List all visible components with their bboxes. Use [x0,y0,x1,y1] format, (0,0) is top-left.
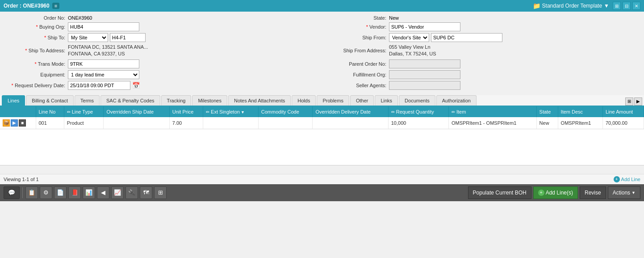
ship-to-code-input[interactable] [110,33,146,42]
cell-line-no: 001 [36,117,64,129]
trans-mode-label: Trans Mode: [5,61,68,67]
tab-problems[interactable]: Problems [317,95,349,106]
template-dropdown-icon[interactable]: ▼ [604,3,609,9]
tab-terms[interactable]: Terms [75,95,100,106]
footer-icon-copy[interactable]: 📋 [25,186,38,199]
parent-order-input[interactable] [389,59,460,68]
row-icons-cell: 📦 ▶ ■ [0,117,36,129]
ship-from-address-label: Ship From Address: [326,48,389,53]
ship-to-row: Ship To: My Site [5,33,318,42]
row-icon-package[interactable]: 📦 [3,119,10,127]
title-bar: Order : ONE#3960 ≡ 📁 Standard Order Temp… [0,0,644,12]
ship-to-address-label: Ship To Address: [5,48,68,53]
trans-mode-input[interactable] [68,59,139,68]
tab-notes[interactable]: Notes And Attachments [228,95,291,106]
ship-from-inputs: Vendor's Site [389,33,502,42]
form-area: Order No: ONE#3960 Buying Org: Ship To: … [0,12,644,95]
vendor-row: Vendor: [326,22,639,31]
revise-button[interactable]: Revise [580,186,606,199]
tab-links[interactable]: Links [375,95,398,106]
calendar-icon[interactable]: 📅 [132,82,140,89]
cell-commodity-code [258,117,313,129]
title-bar-left: Order : ONE#3960 ≡ [4,3,59,9]
request-delivery-date-input[interactable] [68,81,130,90]
trans-mode-row: Trans Mode: [5,59,318,68]
row-icon-stop[interactable]: ■ [19,119,26,127]
ship-from-dc-input[interactable] [431,33,502,42]
order-no-value: ONE#3960 [68,15,92,21]
chat-button[interactable]: 💬 [4,186,20,199]
th-item-desc: Item Desc [558,106,602,117]
tab-tracking[interactable]: Tracking [161,95,192,106]
table-row: 📦 ▶ ■ 001 Product 7.00 10,000 OMSPRItem1… [0,117,644,129]
form-right: State: New Vendor: Ship From: Vendor's S… [326,15,639,92]
footer-toolbar: 💬 📋 ⚙ 📄 📕 📊 ◀ 📈 🔌 🗺 ⊞ Populate Current B… [0,184,644,201]
footer-icon-map[interactable]: 🗺 [140,186,152,199]
equipment-select[interactable]: 1 day lead time [68,70,139,79]
ship-to-label: Ship To: [5,35,68,40]
footer-icon-grid[interactable]: ⊞ [154,186,167,199]
th-line-no: Line No [36,106,64,117]
th-item: ✏Item [448,106,536,117]
footer-icon-trend[interactable]: 📈 [111,186,124,199]
th-overridden-delivery-date: Overridden Delivery Date [313,106,388,117]
cell-unit-price: 7.00 [169,117,203,129]
close-button[interactable]: ✕ [632,2,640,10]
footer-divider-1 [22,187,23,198]
footer-icon-chart[interactable]: 📊 [83,186,95,199]
actions-dropdown-icon: ▼ [631,190,636,195]
tab-holds[interactable]: Holds [292,95,316,106]
lines-table: Line No ✏Line Type Overridden Ship Date … [0,106,644,129]
tab-other[interactable]: Other [350,95,374,106]
footer-icon-back[interactable]: ◀ [97,186,109,199]
cell-line-type: Product [64,117,104,129]
actions-label: Actions [613,190,630,196]
parent-order-label: Parent Order No: [326,61,389,67]
cell-item-desc: OMSPRItem1 [558,117,602,129]
buying-org-input[interactable] [68,22,139,31]
cell-request-quantity: 10,000 [388,117,448,129]
vendor-input[interactable] [389,22,460,31]
row-icon-play[interactable]: ▶ [11,119,18,127]
add-line-button[interactable]: + Add Line [614,176,640,182]
th-state: State [536,106,558,117]
tab-icon-btn-2[interactable]: ▶ [634,97,642,106]
seller-agents-input[interactable] [389,81,460,90]
ship-to-inputs: My Site [68,33,146,42]
bottom-scroll-area[interactable] [0,165,644,174]
populate-boh-label: Populate Current BOH [473,190,527,196]
fulfillment-org-input[interactable] [389,70,460,79]
row-icons: 📦 ▶ ■ [3,119,33,127]
parent-order-row: Parent Order No: [326,59,639,68]
footer-icon-gear[interactable]: ⚙ [40,186,52,199]
order-no-row: Order No: ONE#3960 [5,15,318,21]
footer-icon-plugin[interactable]: 🔌 [125,186,138,199]
ship-to-site-select[interactable]: My Site [68,33,108,42]
tab-authorization[interactable]: Authorization [436,95,477,106]
cell-line-amount: 70,000.00 [602,117,644,129]
footer-icon-pdf[interactable]: 📕 [68,186,81,199]
th-spacer [0,106,36,117]
populate-boh-button[interactable]: Populate Current BOH [468,186,531,199]
tab-milestones[interactable]: Milestones [192,95,227,106]
footer-icon-doc[interactable]: 📄 [54,186,67,199]
maximize-button[interactable]: ⊞ [613,2,621,10]
request-delivery-date-label: Request Delivery Date: [5,83,68,88]
tab-icon-btn-1[interactable]: ⊞ [625,97,633,106]
tab-lines[interactable]: Lines [2,95,25,106]
ship-from-address-value: 055 Valley View Ln Dallas, TX 75244, US [389,44,436,58]
ship-from-site-select[interactable]: Vendor's Site [389,33,429,42]
th-commodity-code: Commodity Code [258,106,313,117]
add-lines-button[interactable]: + Add Line(s) [533,186,578,199]
template-select[interactable]: 📁 Standard Order Template ▼ [533,2,609,9]
actions-button[interactable]: Actions ▼ [608,186,640,199]
empty-rows [0,129,644,165]
buying-org-label: Buying Org: [5,24,68,30]
tabs-right-icons: ⊞ ▶ [625,97,644,106]
tab-documents[interactable]: Documents [399,95,435,106]
tab-billing[interactable]: Billing & Contact [26,95,74,106]
restore-button[interactable]: ⊟ [623,2,631,10]
tab-sac[interactable]: SAC & Penalty Codes [100,95,160,106]
ship-from-address-row: Ship From Address: 055 Valley View Ln Da… [326,44,639,58]
revise-label: Revise [585,190,601,196]
